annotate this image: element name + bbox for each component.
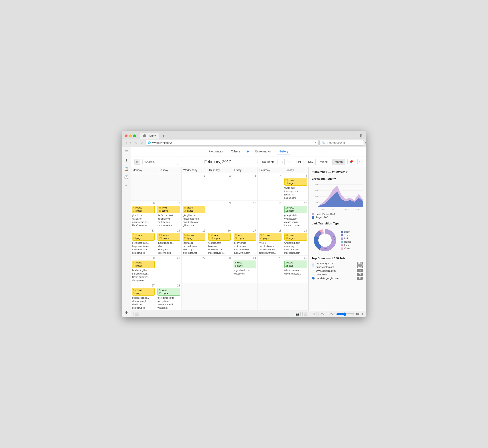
legend-page-views-label: Page Views: 1351	[316, 213, 335, 215]
search-input[interactable]	[327, 141, 364, 144]
history-tab[interactable]: History	[140, 133, 159, 139]
calendar-cell[interactable]: 525 views10 pagesvivaldi.com theverge.co…	[283, 173, 308, 200]
calendar-cell[interactable]: 13115 views36 pagesdeveloper.mozi... bug…	[131, 228, 156, 256]
sidebar-icon-add[interactable]: +	[123, 182, 130, 189]
day-headers: Monday Tuesday Wednesday Thursday Friday…	[131, 167, 308, 173]
calendar-cell[interactable]: 10	[232, 201, 257, 228]
view-day-button[interactable]: Day	[306, 159, 316, 165]
calendar-week-0: 1234525 views10 pagesvivaldi.com theverg…	[131, 173, 308, 201]
svg-text:3: 3	[332, 241, 333, 243]
domain-count: 74	[357, 269, 363, 272]
image-button[interactable]: 🖼	[311, 312, 317, 316]
top-domains-title: Top Domains of 180 Total	[312, 256, 363, 260]
calendar-cell[interactable]: 2795 views51 pagesduckduckgo.co... chrom…	[131, 283, 156, 310]
calendar-cell[interactable]: 15149 views115 pageskosmas.cz macsurfer.…	[182, 228, 207, 256]
day-header-wed: Wednesday	[182, 167, 207, 173]
tab-plus[interactable]: +	[247, 149, 249, 154]
domain-icon: 📄	[312, 262, 315, 264]
calendar-cell[interactable]: 2	[207, 173, 232, 200]
calendar-cell[interactable]: 1790 views57 pagesplentycom.jp youtube.c…	[232, 228, 257, 256]
screenshot-button[interactable]: 📷	[294, 312, 301, 316]
next-month-button[interactable]: ›	[287, 159, 292, 165]
calendar-cell[interactable]	[156, 173, 182, 200]
prev-month-button[interactable]: ‹	[280, 159, 285, 165]
calendar-cell[interactable]: 868 views29 pagesgka.github.io macupdate…	[182, 201, 207, 228]
donut-chart-container: 23% 11% 58% 3 1 3 Direct	[312, 227, 363, 254]
reset-zoom-button[interactable]: Reset	[328, 313, 334, 316]
calendar-cell[interactable]: 2051 views35 pagesfacebook.githu... tran…	[131, 256, 156, 283]
calendar-cell[interactable]: 262 views2 pagestabsnooze.com chrome.goo…	[283, 256, 308, 283]
calendar-cell[interactable]	[232, 283, 257, 310]
calendar-cell[interactable]: 23	[207, 256, 232, 283]
zoom-slider[interactable]	[336, 312, 354, 316]
calendar-cell[interactable]: 14306 views160 pagesduckduckgo.co... tri…	[156, 228, 182, 256]
pages-num: 38	[285, 237, 288, 240]
sidebar-icon-download[interactable]: ⬇	[123, 157, 130, 163]
new-tab-button[interactable]: +	[161, 133, 166, 139]
calendar-cell[interactable]: 25	[257, 256, 283, 283]
tab-favourites[interactable]: Favourites	[207, 149, 225, 154]
calendar-search-input[interactable]	[142, 159, 178, 165]
search-dropdown-icon[interactable]: ▾	[365, 141, 366, 144]
tab-others[interactable]: Others	[229, 149, 242, 154]
calendar-cell[interactable]: 1215 views12 pagesgka.github.io youtube.…	[283, 201, 308, 228]
calendar-cell[interactable]	[207, 283, 232, 310]
sidebar-icon-history[interactable]: 🕐	[123, 174, 130, 180]
calendar-cell[interactable]	[131, 173, 156, 200]
svg-text:300: 300	[315, 190, 318, 192]
domain-item[interactable]: 📄 vivaldi.net 71	[312, 273, 363, 276]
sidebar-icon-notes[interactable]: 📋	[123, 166, 130, 172]
view-month-button[interactable]: Month	[332, 159, 345, 165]
calendar-cell[interactable]: 3	[232, 173, 257, 200]
back-button[interactable]: ‹	[124, 140, 128, 145]
pin-button[interactable]: 📌	[347, 159, 355, 165]
domain-item[interactable]: 📄 www.youtube.com 74	[312, 269, 363, 272]
trash-icon[interactable]: 🗑	[359, 134, 363, 138]
view-list-button[interactable]: List	[294, 159, 303, 165]
calendar-cell[interactable]: 751 views28 pagesfile:///Users/test... a…	[156, 201, 182, 228]
legend-direct: Direct	[341, 231, 351, 233]
calendar-cell[interactable]: 18102 views49 pagesrtve.es duckduckgo.co…	[257, 228, 283, 256]
calendar-cell[interactable]: 21	[156, 256, 182, 283]
grid-view-button[interactable]: ⊞	[134, 159, 140, 165]
window-button[interactable]: ⬜	[302, 312, 309, 316]
settings-icon[interactable]: ⚙	[123, 309, 130, 315]
maximize-button[interactable]	[133, 135, 136, 137]
tab-history[interactable]: History	[277, 149, 290, 154]
calendar-cell[interactable]: 2825 views16 pagestheregister.co.uk gka.…	[156, 283, 182, 310]
view-week-button[interactable]: Week	[318, 159, 330, 165]
calendar-cell[interactable]	[257, 283, 283, 310]
collapse-button[interactable]: ›	[306, 169, 306, 172]
domain-item[interactable]: 📄 duckduckgo.com 186	[312, 262, 363, 264]
calendar-cell[interactable]: 652 views25 pagesgithub.com vivladi.net …	[131, 201, 156, 228]
close-button[interactable]	[125, 135, 128, 137]
views-badge: 90 views57 pages	[234, 233, 256, 241]
code-button[interactable]: </>	[319, 312, 326, 316]
domain-item[interactable]: 🔵 translate.google.com 63	[312, 277, 363, 280]
panel-toggle-button[interactable]: ⬜	[133, 312, 140, 316]
tab-bookmarks[interactable]: Bookmarks	[254, 149, 273, 154]
calendar-cell[interactable]: 11	[257, 201, 283, 228]
calendar-cell[interactable]	[283, 283, 308, 310]
this-month-button[interactable]: This Month	[257, 159, 278, 165]
refresh-button[interactable]: ↻	[134, 141, 139, 145]
calendar-cell[interactable]: 9	[207, 201, 232, 228]
home-button[interactable]: ⌂	[140, 141, 144, 145]
legend-reload-label: Reload	[344, 241, 351, 243]
info-button[interactable]: ℹ	[357, 159, 363, 165]
forward-button[interactable]: ›	[129, 140, 133, 145]
calendar-cell[interactable]: 1	[182, 173, 207, 200]
sidebar-icon-grid[interactable]: ☰	[123, 149, 130, 155]
minimize-button[interactable]	[129, 135, 132, 137]
calendar-cell[interactable]: 16153 views111 pagesyoutube.com kosmas.c…	[207, 228, 232, 256]
url-input[interactable]	[152, 141, 314, 144]
calendar-cell[interactable]: 243 views2 pagesbugs.vivaldi.com vivaldi…	[232, 256, 257, 283]
calendar-cell[interactable]: 22	[182, 256, 207, 283]
calendar-cell[interactable]: 1949 views38 pageswhalesynth.com moma.or…	[283, 228, 308, 256]
pages-num: 160	[159, 237, 162, 240]
url-dropdown-icon[interactable]: ▾	[315, 141, 316, 144]
cell-domains: gka.github.io youtube.com groups.google.…	[284, 214, 307, 227]
calendar-cell[interactable]	[182, 283, 207, 310]
domain-item[interactable]: 📄 bugs.vivaldi.com 122	[312, 265, 363, 268]
calendar-cell[interactable]: 4	[257, 173, 283, 200]
